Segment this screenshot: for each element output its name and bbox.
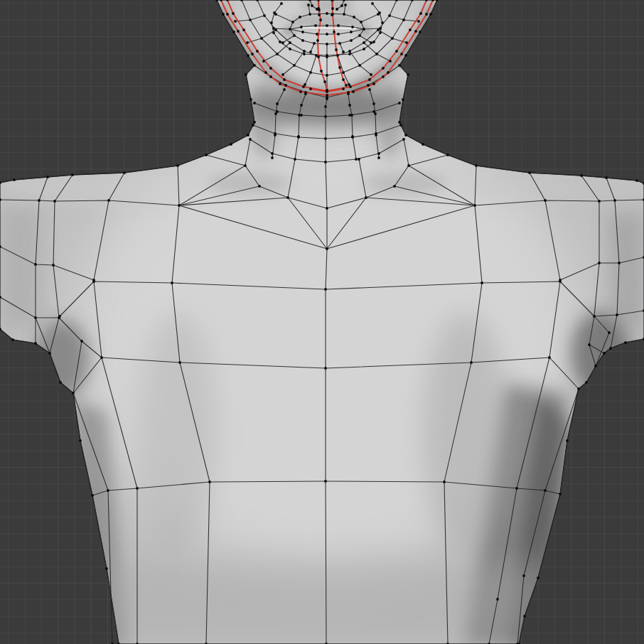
viewport-canvas xyxy=(0,0,644,644)
viewport-3d[interactable] xyxy=(0,0,644,644)
mouth-highlight xyxy=(301,28,355,28)
